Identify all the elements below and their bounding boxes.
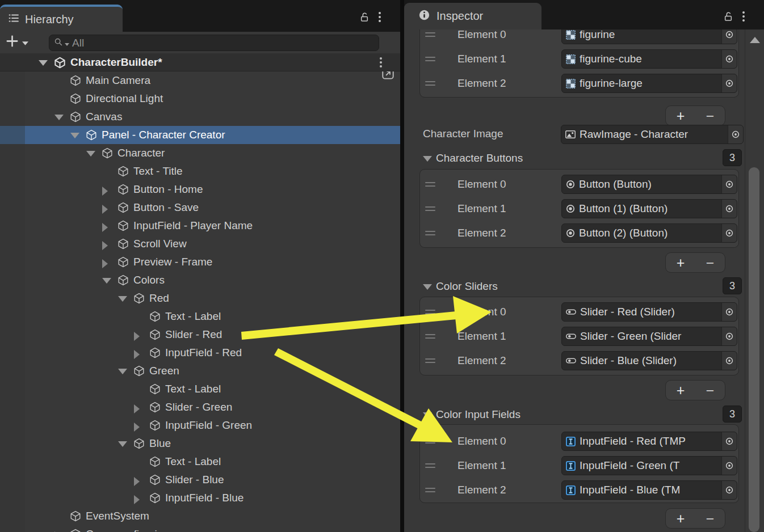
add-element-button[interactable]: + [666, 509, 695, 528]
tree-item-scroll-view[interactable]: Scroll View [0, 235, 400, 253]
tree-item-panel-character-creator[interactable]: Panel - Character Creator [0, 126, 400, 144]
object-picker-icon[interactable] [728, 125, 743, 143]
foldout-color-input-fields[interactable]: Color Input Fields 3 [404, 407, 764, 423]
add-element-button[interactable]: + [666, 381, 695, 400]
expand-arrow-icon[interactable] [102, 205, 108, 214]
array-size-field[interactable]: 3 [723, 406, 742, 423]
tree-item-text-title[interactable]: Text - Title [0, 162, 400, 180]
object-picker-icon[interactable] [721, 200, 737, 218]
array-element-row[interactable]: Element 2InputField - Blue (TM [420, 478, 738, 503]
expand-arrow-icon[interactable] [102, 241, 108, 250]
tree-item-colors[interactable]: Colors [0, 271, 400, 289]
object-field[interactable]: Button (1) (Button) [561, 199, 737, 218]
object-picker-icon[interactable] [721, 457, 737, 475]
object-picker-icon[interactable] [721, 74, 737, 92]
object-field[interactable]: Button (Button) [561, 175, 737, 194]
expand-arrow-icon[interactable] [102, 259, 108, 268]
object-picker-icon[interactable] [721, 352, 737, 370]
tree-item-inputfield-blue[interactable]: InputField - Blue [0, 489, 400, 507]
lock-icon[interactable] [360, 12, 369, 24]
object-field[interactable]: Slider - Red (Slider) [561, 302, 737, 322]
tree-item-text-label-red[interactable]: Text - Label [0, 307, 400, 326]
object-picker-icon[interactable] [721, 224, 737, 242]
array-size-field[interactable]: 3 [723, 277, 742, 294]
lock-icon[interactable] [724, 11, 733, 24]
drag-handle-icon[interactable] [425, 310, 435, 314]
drag-handle-icon[interactable] [425, 32, 435, 37]
tree-item-canvas[interactable]: Canvas [0, 108, 400, 126]
add-element-button[interactable]: + [666, 253, 695, 272]
tree-item-blue[interactable]: Blue [0, 434, 400, 453]
search-input[interactable] [71, 36, 374, 50]
object-field[interactable]: RawImage - Character [561, 125, 744, 144]
array-element-row[interactable]: Element 1Button (1) (Button) [420, 196, 738, 221]
foldout-color-sliders[interactable]: Color Sliders 3 [404, 279, 764, 295]
expand-arrow-icon[interactable] [134, 404, 140, 413]
tree-item-red[interactable]: Red [0, 289, 400, 307]
object-field[interactable]: Slider - Blue (Slider) [561, 351, 737, 370]
create-object-button[interactable] [6, 35, 28, 50]
scroll-up-arrow-icon[interactable] [750, 37, 760, 43]
object-picker-icon[interactable] [721, 481, 737, 499]
tree-item-preview-frame[interactable]: Preview - Frame [0, 253, 400, 271]
tree-item-directional-light[interactable]: Directional Light [0, 90, 400, 108]
tree-item-inputfield-red[interactable]: InputField - Red [0, 344, 400, 362]
remove-element-button[interactable]: − [695, 509, 725, 528]
drag-handle-icon[interactable] [425, 57, 435, 61]
remove-element-button[interactable]: − [695, 253, 725, 272]
tree-item-camera-figurine[interactable]: Camera - figurine [0, 525, 400, 532]
tree-item-text-label-blue[interactable]: Text - Label [0, 453, 400, 471]
object-field[interactable]: figurine-large [561, 74, 737, 93]
array-element-row[interactable]: Element 2figurine-large [420, 71, 738, 96]
array-element-row[interactable]: Element 1InputField - Green (T [420, 453, 738, 478]
object-picker-icon[interactable] [721, 50, 737, 68]
tree-item-button-save[interactable]: Button - Save [0, 199, 400, 217]
expand-arrow-icon[interactable] [102, 278, 111, 284]
tree-item-green[interactable]: Green [0, 362, 400, 380]
array-element-row[interactable]: Element 2Slider - Blue (Slider) [420, 348, 738, 373]
object-field[interactable]: figurine-cube [561, 49, 737, 69]
drag-handle-icon[interactable] [425, 463, 435, 468]
object-field[interactable]: InputField - Red (TMP [561, 432, 737, 451]
object-field[interactable]: Button (2) (Button) [561, 223, 737, 243]
array-element-row[interactable]: Element 0Slider - Red (Slider) [420, 299, 738, 324]
scene-expand-arrow-icon[interactable] [39, 60, 48, 66]
expand-arrow-icon[interactable] [70, 133, 79, 138]
tree-item-slider-red[interactable]: Slider - Red [0, 326, 400, 344]
drag-handle-icon[interactable] [425, 182, 435, 187]
drag-handle-icon[interactable] [425, 81, 435, 86]
kebab-menu-icon[interactable] [742, 11, 745, 24]
tree-item-slider-green[interactable]: Slider - Green [0, 398, 400, 416]
expand-arrow-icon[interactable] [134, 423, 140, 432]
expand-arrow-icon[interactable] [134, 350, 140, 359]
tree-item-inputfield-player-name[interactable]: InputField - Player Name [0, 217, 400, 235]
foldout-character-buttons[interactable]: Character Buttons 3 [404, 151, 764, 167]
foldout-arrow-icon[interactable] [423, 156, 432, 162]
object-picker-icon[interactable] [721, 327, 737, 345]
array-element-row[interactable]: Element 2Button (2) (Button) [420, 221, 738, 246]
tree-item-main-camera[interactable]: Main Camera [0, 71, 400, 90]
drag-handle-icon[interactable] [425, 206, 435, 211]
array-element-row[interactable]: Element 1Slider - Green (Slider [420, 324, 738, 349]
tree-item-inputfield-green[interactable]: InputField - Green [0, 416, 400, 434]
tab-hierarchy[interactable]: Hierarchy [0, 5, 123, 32]
drag-handle-icon[interactable] [425, 488, 435, 492]
drag-handle-icon[interactable] [425, 439, 435, 444]
remove-element-button[interactable]: − [695, 381, 725, 400]
drag-handle-icon[interactable] [425, 231, 435, 235]
search-bar[interactable] [49, 35, 379, 51]
expand-arrow-icon[interactable] [86, 151, 95, 157]
object-field[interactable]: Slider - Green (Slider [561, 327, 737, 346]
tree-item-text-label-green[interactable]: Text - Label [0, 380, 400, 398]
tree-item-button-home[interactable]: Button - Home [0, 180, 400, 199]
object-picker-icon[interactable] [721, 432, 737, 450]
expand-arrow-icon[interactable] [118, 296, 127, 302]
expand-arrow-icon[interactable] [118, 441, 127, 447]
expand-arrow-icon[interactable] [54, 115, 64, 120]
tree-item-slider-blue[interactable]: Slider - Blue [0, 471, 400, 489]
array-size-field[interactable]: 3 [723, 149, 742, 166]
object-field[interactable]: InputField - Green (T [561, 456, 737, 475]
kebab-menu-icon[interactable] [378, 11, 381, 25]
array-element-row[interactable]: Element 0Button (Button) [420, 172, 738, 197]
scene-kebab-menu-icon[interactable] [379, 57, 383, 70]
